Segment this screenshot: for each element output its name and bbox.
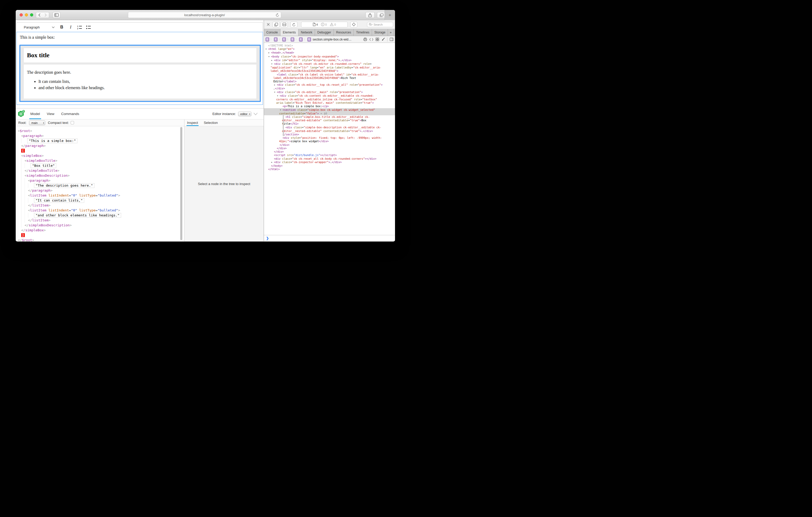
inspect-tab-selection[interactable]: Selection bbox=[204, 119, 218, 126]
breadcrumb-element-badge[interactable]: E bbox=[299, 37, 303, 41]
window-close-button[interactable] bbox=[20, 13, 23, 17]
compact-text-checkbox[interactable] bbox=[70, 121, 74, 124]
dom-tree-row[interactable]: ▼<div class="ck ck-editor__main" role="p… bbox=[264, 90, 395, 94]
dom-tree-row[interactable]: </section> bbox=[264, 133, 395, 136]
share-button[interactable] bbox=[366, 12, 375, 18]
simple-box-title-area[interactable]: Box title bbox=[24, 48, 256, 62]
editor-paragraph[interactable]: This is a simple box: bbox=[20, 35, 55, 40]
box-description-paragraph[interactable]: The description goes here. bbox=[27, 70, 253, 75]
model-tree-row[interactable]: "The description goes here." bbox=[18, 183, 184, 188]
dom-tree-row[interactable]: ▶<div class="ck-inspector-wrapper">…</di… bbox=[264, 160, 395, 164]
inspector-tab-commands[interactable]: Commands bbox=[61, 109, 79, 119]
model-tree-row[interactable]: </$root> bbox=[18, 238, 184, 241]
model-tree-row[interactable]: </listItem> bbox=[18, 203, 184, 208]
back-button[interactable] bbox=[36, 12, 42, 18]
dock-bottom-button[interactable] bbox=[281, 22, 288, 27]
bold-button[interactable]: B bbox=[58, 23, 66, 31]
print-icon[interactable] bbox=[364, 38, 367, 41]
show-source-icon[interactable] bbox=[369, 38, 373, 41]
model-tree-row[interactable]: <paragraph> bbox=[18, 133, 184, 138]
dom-tree-row[interactable]: aria-label="Rich Text Editor, main" cont… bbox=[264, 101, 395, 104]
model-tree-row[interactable]: </simpleBox> bbox=[18, 227, 184, 233]
devtools-close-button[interactable] bbox=[266, 23, 270, 26]
window-minimize-button[interactable] bbox=[25, 13, 28, 17]
devtools-tab-overflow-button[interactable]: » bbox=[388, 29, 394, 36]
model-tree-row[interactable]: [ bbox=[18, 148, 184, 153]
numbered-list-button[interactable]: 12 bbox=[76, 23, 83, 31]
breadcrumb-current-node[interactable]: section.simple-box.ck-wid… bbox=[313, 38, 352, 41]
scrollbar-thumb[interactable] bbox=[180, 127, 182, 240]
root-select[interactable]: main ▲▼ bbox=[29, 121, 45, 125]
sidebar-toggle-button[interactable] bbox=[53, 12, 60, 18]
breadcrumb-element-badge[interactable]: E bbox=[308, 37, 311, 41]
devtools-tab-resources[interactable]: Resources bbox=[334, 29, 354, 36]
model-tree-row[interactable]: </paragraph> bbox=[18, 143, 184, 148]
inspector-tab-model[interactable]: Model bbox=[30, 109, 40, 119]
dom-tree-row[interactable]: </div> bbox=[264, 150, 395, 153]
dom-tree-row[interactable]: </div> bbox=[264, 143, 395, 147]
breadcrumb-element-badge[interactable]: E bbox=[291, 37, 294, 41]
devtools-add-tab-button[interactable]: + bbox=[394, 29, 395, 36]
dom-tree-row[interactable]: <h1 class="simple-box-title ck-editor__e… bbox=[264, 115, 395, 119]
dom-tree-row[interactable]: <label class="ck ck-label ck-voice-label… bbox=[264, 73, 395, 76]
box-title-heading[interactable]: Box title bbox=[27, 52, 50, 59]
devtools-reload-button[interactable] bbox=[290, 22, 297, 27]
dom-tree-row[interactable]: ▼<section class="simple-box ck-widget ck… bbox=[264, 108, 395, 112]
breadcrumb-element-badge[interactable]: E bbox=[265, 37, 269, 41]
model-tree-row[interactable]: "Box title" bbox=[18, 163, 184, 168]
dom-tree-row[interactable]: 42px;">simple box widget</div> bbox=[264, 140, 395, 143]
dom-tree-row[interactable]: </div> bbox=[264, 147, 395, 150]
url-bar[interactable]: localhost/creating-a-plugin/ bbox=[128, 12, 281, 18]
dom-tree-row[interactable]: </html> bbox=[264, 168, 395, 171]
devtools-tab-network[interactable]: Network bbox=[298, 29, 315, 36]
dom-tree-row[interactable]: <p>This is a simple box:</p> bbox=[264, 104, 395, 108]
box-list-item[interactable]: It can contain lists, bbox=[38, 79, 253, 84]
element-picker-button[interactable] bbox=[350, 22, 357, 27]
window-zoom-button[interactable] bbox=[30, 13, 33, 17]
model-tree-row[interactable]: "It can contain lists," bbox=[18, 198, 184, 203]
model-tree-row[interactable]: <$root> bbox=[18, 128, 184, 133]
model-tree-row[interactable]: <paragraph> bbox=[18, 178, 184, 183]
dom-tree-row[interactable]: ▶<div class="simple-box-description ck-e… bbox=[264, 126, 395, 129]
dom-tree-row[interactable]: ▼<div class="ck ck-content ck-editor__ed… bbox=[264, 94, 395, 98]
dom-tree-row[interactable]: editor__nested-editable" contenteditable… bbox=[264, 129, 395, 133]
dom-tree-row[interactable]: ▼<div class="ck ck-reset ck-editor ck-ro… bbox=[264, 62, 395, 66]
new-tab-button[interactable]: + bbox=[384, 10, 395, 20]
dom-tree-row[interactable]: <div class="ck ck-reset_all ck-body ck-r… bbox=[264, 157, 395, 160]
model-tree-scrollbar[interactable] bbox=[180, 127, 182, 240]
dom-tree-row[interactable]: <div style="position: fixed; top: 0px; l… bbox=[264, 136, 395, 140]
devtools-tab-storage[interactable]: Storage bbox=[372, 29, 388, 36]
resource-stats-group[interactable]: 4 0 0 bbox=[301, 22, 348, 27]
dom-tree-row[interactable]: ▶<head>…</head> bbox=[264, 51, 395, 55]
dom-tree-row[interactable]: corners ck-editor__editable_inline ck-fo… bbox=[264, 98, 395, 101]
model-tree-row[interactable]: </listItem> bbox=[18, 218, 184, 223]
model-tree-row[interactable]: "This is a simple box:" bbox=[18, 138, 184, 143]
simple-box-widget[interactable]: Box title The description goes here. It … bbox=[19, 45, 261, 102]
dom-tree-row[interactable]: editor__nested-editable" contenteditable… bbox=[264, 119, 395, 122]
layout-grid-icon[interactable] bbox=[376, 38, 379, 41]
dom-tree-row[interactable]: ▶<div id="editor" style="display: none;"… bbox=[264, 59, 395, 62]
bulleted-list-button[interactable] bbox=[85, 23, 92, 31]
model-tree-row[interactable]: <listItem listIndent="0" listType="bulle… bbox=[18, 208, 184, 213]
dom-tree-row[interactable]: ▼<html lang="en"> bbox=[264, 47, 395, 51]
inspect-tab-inspect[interactable]: Inspect bbox=[187, 119, 198, 126]
dom-tree-row[interactable]: contenteditable="false"> = $0 bbox=[264, 112, 395, 115]
dom-tree-row[interactable]: </body> bbox=[264, 164, 395, 168]
model-tree-row[interactable]: </simpleBoxDescription> bbox=[18, 223, 184, 227]
reload-button[interactable] bbox=[276, 13, 279, 17]
editor-instance-select[interactable]: editor ▲▼ bbox=[238, 112, 252, 116]
italic-button[interactable]: I bbox=[67, 23, 75, 31]
detach-button[interactable] bbox=[272, 22, 280, 27]
model-tree-row[interactable]: ] bbox=[18, 233, 184, 238]
devtools-tab-console[interactable]: Console bbox=[264, 29, 281, 36]
dom-tree-row[interactable]: <!DOCTYPE html> bbox=[264, 44, 395, 47]
dom-tree-row[interactable]: Editor</label> bbox=[264, 80, 395, 83]
model-tree-row[interactable]: <simpleBoxDescription> bbox=[18, 173, 184, 178]
model-tree-row[interactable]: "and other block elements like headings.… bbox=[18, 213, 184, 218]
dom-tree-row[interactable]: ▶<div class="ck ck-editor__top ck-reset_… bbox=[264, 83, 395, 87]
devtools-tab-elements[interactable]: Elements bbox=[281, 29, 298, 36]
breadcrumb-element-badge[interactable]: E bbox=[274, 37, 278, 41]
devtools-tab-debugger[interactable]: Debugger bbox=[315, 29, 334, 36]
model-tree-row[interactable]: <listItem listIndent="0" listType="bulle… bbox=[18, 193, 184, 198]
dom-tree-row[interactable]: …</div> bbox=[264, 87, 395, 90]
